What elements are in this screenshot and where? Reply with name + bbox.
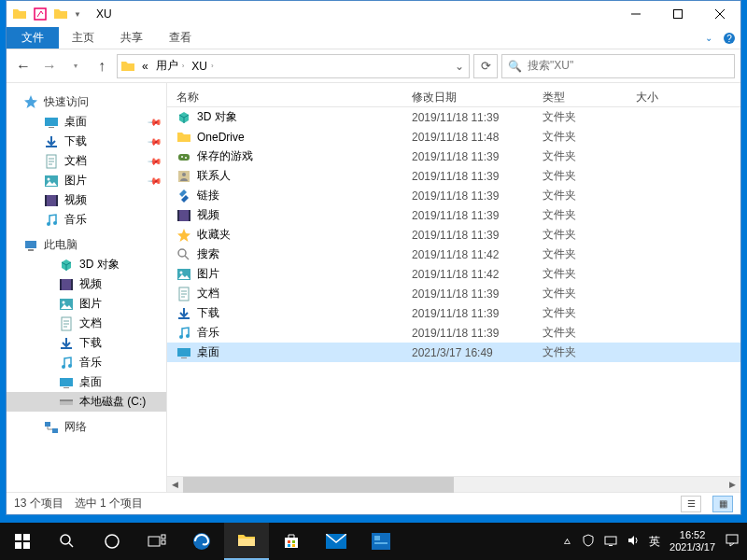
svg-rect-16 [28, 249, 34, 251]
store-button[interactable] [269, 523, 314, 560]
file-row[interactable]: 搜索2019/11/18 11:42文件夹 [167, 245, 740, 264]
svg-rect-51 [15, 542, 21, 549]
sidebar-this-pc[interactable]: 此电脑 [7, 235, 166, 255]
file-row[interactable]: 保存的游戏2019/11/18 11:39文件夹 [167, 147, 740, 166]
sidebar-item-music[interactable]: 音乐 [7, 210, 166, 230]
sidebar-item-3d[interactable]: 3D 对象 [7, 255, 166, 274]
svg-rect-29 [60, 399, 73, 401]
svg-rect-50 [23, 534, 30, 540]
newfolder-icon[interactable] [53, 7, 68, 21]
svg-point-13 [47, 222, 50, 226]
svg-rect-27 [63, 387, 69, 388]
file-row[interactable]: 收藏夹2019/11/18 11:39文件夹 [167, 225, 740, 245]
search-icon: 🔍 [508, 60, 522, 73]
file-row[interactable]: 文档2019/11/18 11:39文件夹 [167, 284, 740, 303]
pin-icon: 📌 [148, 133, 162, 148]
sidebar-item-doc[interactable]: 文档📌 [7, 151, 166, 171]
file-row[interactable]: 视频2019/11/18 11:39文件夹 [167, 205, 740, 225]
file-row[interactable]: 下载2019/11/18 11:39文件夹 [167, 303, 740, 323]
sidebar-item-drive[interactable]: 本地磁盘 (C:) [7, 392, 166, 412]
tab-view[interactable]: 查看 [156, 27, 204, 49]
tab-file[interactable]: 文件 [7, 27, 59, 49]
minimize-button[interactable] [614, 1, 656, 27]
sidebar-item-download[interactable]: 下载📌 [7, 132, 166, 151]
file-row[interactable]: 图片2019/11/18 11:42文件夹 [167, 264, 740, 284]
sidebar-item-desktop[interactable]: 桌面 [7, 372, 166, 392]
tray-notifications-icon[interactable] [725, 533, 740, 550]
app-button[interactable] [359, 523, 403, 560]
search-button[interactable] [45, 523, 90, 560]
file-row[interactable]: 联系人2019/11/18 11:39文件夹 [167, 166, 740, 186]
content-pane: 名称 修改日期 类型 大小 3D 对象2019/11/18 11:39文件夹On… [167, 83, 740, 492]
sidebar-item-video[interactable]: 视频 [7, 274, 166, 294]
svg-rect-56 [162, 535, 165, 539]
scroll-left-icon[interactable]: ◀ [167, 477, 183, 493]
back-button[interactable]: ← [12, 55, 35, 77]
svg-point-24 [62, 365, 65, 369]
qat-dropdown-icon[interactable]: ▼ [74, 10, 81, 19]
sidebar-item-doc[interactable]: 文档 [7, 314, 166, 333]
sidebar-item-pic[interactable]: 图片📌 [7, 171, 166, 190]
start-button[interactable] [0, 523, 45, 560]
svg-point-25 [68, 364, 72, 368]
svg-point-14 [53, 221, 57, 225]
sidebar-network[interactable]: 网络 [7, 417, 166, 437]
help-icon[interactable]: ? [718, 27, 740, 49]
tray-volume-icon[interactable] [627, 534, 640, 549]
tray-clock[interactable]: 16:52 2021/3/17 [669, 529, 715, 553]
horizontal-scrollbar[interactable]: ◀ ▶ [167, 476, 740, 492]
file-row[interactable]: 桌面2021/3/17 16:49文件夹 [167, 343, 740, 362]
cortana-button[interactable] [90, 523, 134, 560]
file-row[interactable]: 链接2019/11/18 11:39文件夹 [167, 186, 740, 205]
edge-button[interactable] [179, 523, 224, 560]
sidebar-item-pic[interactable]: 图片 [7, 294, 166, 314]
explorer-button[interactable] [224, 523, 269, 560]
address-bar[interactable]: « 用户› XU› ⌄ [117, 54, 470, 78]
crumb-xu[interactable]: XU› [188, 60, 217, 73]
scroll-right-icon[interactable]: ▶ [725, 477, 740, 493]
tray-ime[interactable]: 英 [649, 534, 660, 550]
tray-network-icon[interactable] [604, 534, 617, 549]
tray-overflow-icon[interactable]: ㅿ [562, 535, 572, 549]
col-modified[interactable]: 修改日期 [412, 90, 543, 105]
maximize-button[interactable] [656, 1, 698, 27]
view-details-button[interactable]: ☰ [681, 496, 701, 512]
sidebar-item-desktop[interactable]: 桌面📌 [7, 112, 166, 132]
forward-button[interactable]: → [38, 55, 61, 77]
sidebar-item-music[interactable]: 音乐 [7, 353, 166, 372]
recent-dropdown[interactable]: ▾ [64, 55, 87, 77]
refresh-button[interactable]: ⟳ [473, 54, 498, 78]
up-button[interactable]: ↑ [91, 55, 113, 77]
svg-rect-38 [177, 210, 179, 221]
sidebar-item-video[interactable]: 视频 [7, 190, 166, 210]
taskview-button[interactable] [134, 523, 179, 560]
crumb-users[interactable]: 用户› [152, 58, 189, 74]
svg-rect-70 [609, 545, 613, 546]
sidebar: 快速访问 桌面📌下载📌文档📌图片📌视频音乐 此电脑 3D 对象视频图片文档下载音… [7, 83, 167, 492]
file-row[interactable]: OneDrive2019/11/18 11:48文件夹 [167, 127, 740, 147]
col-type[interactable]: 类型 [543, 90, 636, 105]
close-button[interactable] [698, 1, 740, 27]
properties-icon[interactable] [33, 7, 48, 21]
mail-button[interactable] [314, 523, 359, 560]
view-icons-button[interactable]: ▦ [712, 496, 733, 512]
svg-rect-5 [49, 127, 54, 128]
file-row[interactable]: 3D 对象2019/11/18 11:39文件夹 [167, 107, 740, 127]
address-dropdown-icon[interactable]: ⌄ [450, 60, 469, 73]
svg-rect-17 [60, 279, 73, 290]
sidebar-quick-access[interactable]: 快速访问 [7, 92, 166, 112]
ribbon-expand-icon[interactable]: ⌄ [699, 27, 718, 49]
col-name[interactable]: 名称 [167, 90, 412, 105]
tray-security-icon[interactable] [582, 534, 595, 549]
search-input[interactable]: 🔍 搜索"XU" [501, 54, 735, 78]
col-size[interactable]: 大小 [636, 90, 692, 105]
file-list: 3D 对象2019/11/18 11:39文件夹OneDrive2019/11/… [167, 107, 740, 476]
svg-rect-32 [178, 154, 190, 161]
crumb-prefix[interactable]: « [138, 60, 152, 73]
tab-home[interactable]: 主页 [59, 27, 107, 49]
tab-share[interactable]: 共享 [107, 27, 156, 49]
file-row[interactable]: 音乐2019/11/18 11:39文件夹 [167, 323, 740, 343]
scroll-thumb[interactable] [183, 477, 454, 493]
sidebar-item-download[interactable]: 下载 [7, 333, 166, 353]
svg-rect-55 [148, 537, 160, 546]
